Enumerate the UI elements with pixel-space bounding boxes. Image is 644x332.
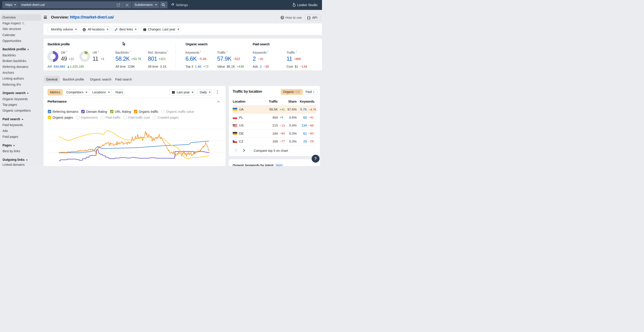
- svg-text:?: ?: [282, 16, 283, 19]
